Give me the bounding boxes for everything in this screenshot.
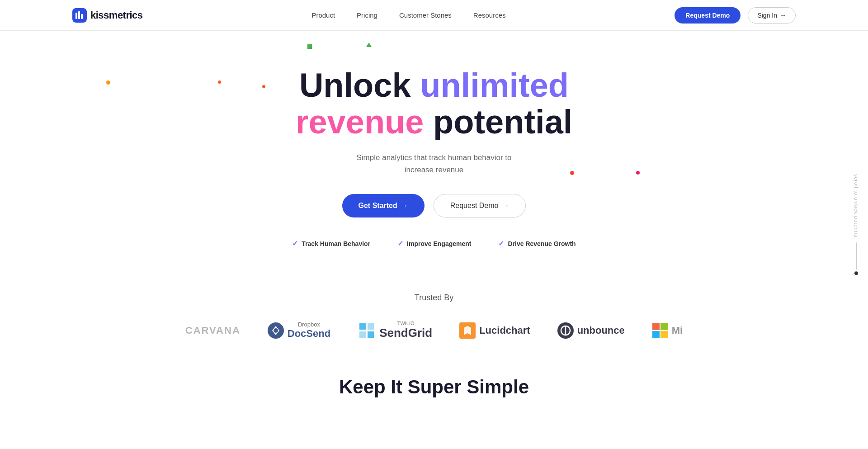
- hero-title-potential: potential: [433, 103, 572, 141]
- nav-link-pricing[interactable]: Pricing: [357, 11, 377, 19]
- arrow-right-icon: →: [780, 12, 786, 19]
- svg-rect-1: [75, 13, 77, 19]
- logo-text: kissmetrics: [90, 9, 143, 21]
- svg-rect-2: [78, 11, 80, 19]
- arrow-icon-2: →: [502, 202, 509, 210]
- hero-title: Unlock unlimitedrevenue potential: [296, 67, 573, 141]
- logo-lucidchart: Lucidchart: [459, 322, 530, 339]
- microsoft-text: Mi: [672, 325, 683, 336]
- scroll-line: [856, 242, 857, 269]
- dropbox-label: Dropbox: [288, 321, 330, 328]
- hero-title-unlimited: unlimited: [420, 66, 569, 104]
- check-icon-2: ✓: [397, 239, 403, 248]
- svg-rect-17: [660, 331, 668, 338]
- logo-carvana: CARVANA: [185, 325, 241, 336]
- hero-subtitle: Simple analytics that track human behavi…: [356, 151, 511, 176]
- svg-rect-15: [660, 323, 668, 330]
- svg-rect-3: [81, 14, 83, 19]
- keep-simple-section: Keep It Super Simple: [0, 367, 868, 398]
- scroll-dot: [854, 271, 858, 275]
- svg-rect-14: [652, 323, 660, 330]
- twilio-label: TWILIO: [379, 321, 432, 326]
- logo-sendgrid: TWILIO SendGrid: [358, 321, 432, 340]
- logo-unbounce: unbounce: [557, 322, 625, 339]
- nav-sign-in-button[interactable]: Sign In →: [748, 7, 796, 24]
- nav-request-demo-button[interactable]: Request Demo: [675, 7, 741, 24]
- hero-request-demo-button[interactable]: Request Demo →: [434, 194, 526, 217]
- sendgrid-label: SendGrid: [379, 326, 432, 340]
- hero-features: ✓ Track Human Behavior ✓ Improve Engagem…: [292, 239, 576, 248]
- sendgrid-text: TWILIO SendGrid: [379, 321, 432, 340]
- svg-rect-6: [359, 323, 366, 330]
- feature-engage: ✓ Improve Engagement: [397, 239, 471, 248]
- deco-red-dot-1: [570, 171, 574, 175]
- deco-orange-dot-3: [262, 85, 265, 88]
- trusted-logos: CARVANA Dropbox DocSend TWILIO: [36, 321, 832, 340]
- docsend-label: DocSend: [288, 328, 330, 339]
- arrow-icon: →: [401, 202, 408, 210]
- scroll-indicator: scroll to unlock potential: [854, 174, 859, 275]
- trusted-title: Trusted By: [36, 293, 832, 302]
- feature-revenue: ✓ Drive Revenue Growth: [498, 239, 576, 248]
- logo[interactable]: kissmetrics: [72, 8, 143, 23]
- carvana-text: CARVANA: [185, 325, 241, 336]
- sendgrid-icon: [358, 321, 376, 340]
- get-started-button[interactable]: Get Started →: [342, 194, 425, 217]
- lucidchart-text: Lucidchart: [479, 325, 530, 336]
- svg-rect-8: [359, 331, 366, 338]
- check-icon-1: ✓: [292, 239, 298, 248]
- keep-simple-title: Keep It Super Simple: [9, 376, 859, 398]
- svg-point-5: [274, 328, 278, 333]
- hero-buttons: Get Started → Request Demo →: [342, 194, 526, 217]
- logo-docsend: Dropbox DocSend: [268, 321, 330, 339]
- unbounce-text: unbounce: [577, 325, 625, 336]
- deco-green-square: [307, 44, 312, 49]
- deco-green-triangle: [366, 43, 372, 47]
- docsend-icon: [268, 322, 284, 339]
- lucidchart-icon: [459, 322, 476, 339]
- svg-rect-16: [652, 331, 660, 338]
- logo-icon: [72, 8, 87, 23]
- navigation: kissmetrics Product Pricing Customer Sto…: [0, 0, 868, 31]
- svg-rect-9: [368, 331, 374, 338]
- hero-title-revenue: revenue: [296, 103, 424, 141]
- deco-orange-dot-1: [106, 80, 110, 85]
- nav-link-resources[interactable]: Resources: [473, 11, 506, 19]
- deco-pink-dot-1: [636, 171, 640, 175]
- scroll-text: scroll to unlock potential: [854, 174, 859, 239]
- logo-microsoft: Mi: [652, 322, 683, 339]
- trusted-section: Trusted By CARVANA Dropbox DocSend: [0, 275, 868, 367]
- check-icon-3: ✓: [498, 239, 504, 248]
- nav-links: Product Pricing Customer Stories Resourc…: [311, 11, 505, 19]
- nav-link-customer-stories[interactable]: Customer Stories: [399, 11, 452, 19]
- nav-actions: Request Demo Sign In →: [675, 7, 796, 24]
- unbounce-icon: [557, 322, 574, 339]
- nav-link-product[interactable]: Product: [311, 11, 335, 19]
- microsoft-icon: [652, 322, 668, 339]
- hero-title-unlock: Unlock: [299, 66, 411, 104]
- docsend-text-block: Dropbox DocSend: [288, 321, 330, 339]
- svg-rect-7: [368, 323, 374, 330]
- hero-section: Unlock unlimitedrevenue potential Simple…: [0, 31, 868, 275]
- deco-orange-dot-2: [218, 80, 221, 84]
- feature-track: ✓ Track Human Behavior: [292, 239, 370, 248]
